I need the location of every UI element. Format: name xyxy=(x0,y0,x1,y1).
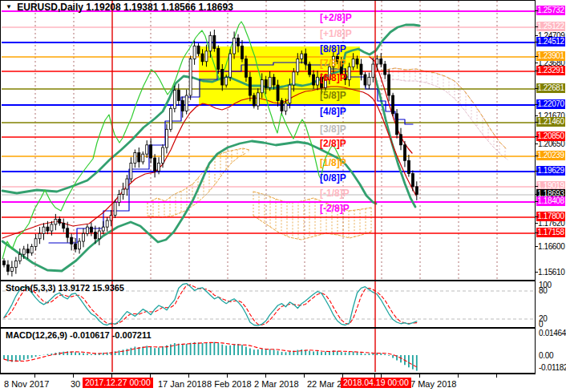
chart-window: ▼ EURUSD,Daily 1.19208 1.19381 1.18566 1… xyxy=(0,0,566,392)
candle-body xyxy=(75,244,77,249)
main-chart-pane[interactable]: ▼ EURUSD,Daily 1.19208 1.19381 1.18566 1… xyxy=(0,0,536,281)
candle-body xyxy=(59,219,61,223)
time-axis-tick xyxy=(73,374,74,378)
candle-body xyxy=(261,80,263,93)
candle-body xyxy=(273,77,275,85)
indicator-axis-label: 0 xyxy=(539,320,543,329)
candle-body xyxy=(94,232,96,239)
axis-tick xyxy=(536,201,538,202)
stochastic-pane[interactable]: Stoch(5,3,3) 13.9172 15.9365 xyxy=(0,281,536,328)
axis-tick xyxy=(536,104,538,105)
candle-body xyxy=(98,231,100,239)
axis-tick xyxy=(536,71,538,71)
macd-label: MACD(12,26,9) -0.010617 -0.007211 xyxy=(6,330,152,340)
murrey-level-label: [1/8]P xyxy=(320,159,346,168)
candle-body xyxy=(277,85,279,101)
candle-body xyxy=(281,101,283,111)
axis-tick xyxy=(536,223,538,224)
candle-body xyxy=(229,54,232,77)
candle-body xyxy=(380,59,382,65)
candle-body xyxy=(201,54,204,62)
murrey-level-label: [4/8]P xyxy=(320,107,346,116)
candle-body xyxy=(396,114,398,135)
candle-body xyxy=(269,77,271,87)
candle-body xyxy=(63,223,65,228)
price-axis-badge: 1.25122 xyxy=(536,22,565,31)
candle-body xyxy=(126,179,128,189)
axis-tick xyxy=(536,272,538,273)
candle-body xyxy=(181,101,184,111)
indicator-axis-label: 80 xyxy=(539,286,548,295)
axis-tick xyxy=(536,63,538,63)
price-axis-badge: 1.22681 xyxy=(536,83,565,93)
candle-body xyxy=(411,174,414,187)
candle-body xyxy=(285,103,287,111)
axis-tick xyxy=(536,115,538,116)
candle-body xyxy=(114,202,116,215)
candle-body xyxy=(189,59,192,96)
murrey-level-label: [-2/8]P xyxy=(320,204,350,213)
candle-body xyxy=(415,187,418,195)
candle-body xyxy=(154,158,156,171)
candle-body xyxy=(241,46,244,59)
axis-tick xyxy=(536,232,538,233)
candle-body xyxy=(245,59,247,78)
price-chart-canvas[interactable] xyxy=(1,1,535,280)
indicator-axis-label: 0.00 xyxy=(539,351,553,360)
candle-body xyxy=(55,219,57,224)
candle-body xyxy=(297,59,299,72)
axis-tick xyxy=(536,42,538,42)
candle-body xyxy=(83,233,85,241)
cloud-edge xyxy=(253,216,371,240)
candle-body xyxy=(265,80,267,88)
candle-body xyxy=(356,59,358,65)
candle-body xyxy=(22,249,25,255)
candle-body xyxy=(407,160,410,173)
murrey-level-label: [+2/8]P xyxy=(320,14,352,22)
candle-body xyxy=(162,148,164,164)
murrey-level-label: [3/8]P xyxy=(320,125,346,134)
ohlc-values: 1.19208 1.19381 1.18566 1.18693 xyxy=(86,2,233,13)
murrey-level-label: [7/8]P xyxy=(320,59,346,68)
candle-body xyxy=(150,145,152,158)
candle-body xyxy=(368,77,370,85)
candle-body xyxy=(86,227,88,233)
axis-tick xyxy=(536,156,538,156)
candle-body xyxy=(130,164,132,180)
candle-body xyxy=(106,220,108,227)
candle-body xyxy=(372,64,374,77)
symbol-period-label: EURUSD,Daily xyxy=(17,2,83,13)
candle-body xyxy=(34,239,37,247)
murrey-level-label: [+1/8]P xyxy=(320,30,352,38)
candle-body xyxy=(14,261,17,267)
candle-body xyxy=(138,153,140,162)
candle-body xyxy=(352,59,354,67)
cloud-edge xyxy=(376,68,506,148)
price-axis-badge: 1.17158 xyxy=(536,228,565,237)
axis-tick xyxy=(536,122,538,123)
candle-body xyxy=(360,64,362,75)
axis-tick xyxy=(536,35,538,36)
axis-tick xyxy=(536,26,538,27)
candle-body xyxy=(237,38,240,46)
price-axis-badge: 1.18408 xyxy=(536,196,565,206)
candle-body xyxy=(3,261,6,265)
murrey-level-label: [2/8]P xyxy=(320,139,346,148)
candle-body xyxy=(309,64,311,75)
candle-body xyxy=(165,129,168,148)
price-axis-badge: 1.25732 xyxy=(536,6,565,15)
axis-tick xyxy=(536,136,538,137)
axis-tick xyxy=(536,143,538,144)
price-axis-badge: 1.21460 xyxy=(536,117,565,127)
time-axis: 8 Nov 201730 Nov21 Dec 201717 Jan 20188 … xyxy=(0,374,566,392)
date-label: 2 Mar 2018 xyxy=(254,379,299,389)
candle-body xyxy=(26,249,29,253)
candle-body xyxy=(197,46,200,54)
candle-body xyxy=(193,46,196,59)
candle-body xyxy=(213,35,216,48)
price-axis-label: 1.15610 xyxy=(538,268,564,277)
macd-pane[interactable]: MACD(12,26,9) -0.010617 -0.007211 xyxy=(0,328,536,374)
event-date-badge: 2018.04.19 00:00 xyxy=(341,378,411,388)
candle-body xyxy=(301,54,303,59)
candle-body xyxy=(102,227,104,231)
